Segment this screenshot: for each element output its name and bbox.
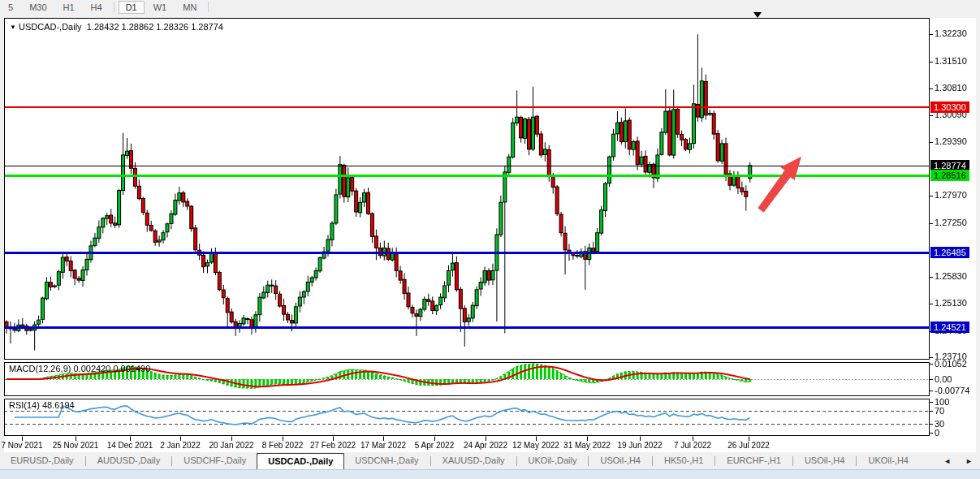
chart-tab-usdchf-daily[interactable]: USDCHF-,Daily (173, 453, 257, 469)
mt4-terminal: 5M30H1H4D1W1MN ▼ USDCAD-,Daily 1.28432 1… (0, 0, 980, 479)
price-axis-label: 1.30810 (935, 83, 967, 93)
rsi-indicator-label: RSI(14) 48.6194 (9, 400, 75, 410)
tab-separator (652, 456, 653, 466)
chart-menu-triangle-icon: ▼ (10, 24, 16, 31)
tab-separator (171, 456, 172, 466)
price-chart-canvas[interactable] (4, 18, 976, 452)
chart-tab-hk50-h1[interactable]: HK50-,H1 (654, 453, 714, 469)
bullish-arrow-annotation[interactable] (751, 146, 809, 218)
chart-symbol: USDCAD-,Daily (19, 22, 82, 32)
tab-scroll-right-icon[interactable]: ► (958, 457, 980, 465)
status-bar (0, 469, 980, 479)
tab-separator (714, 456, 715, 466)
chart-window: ▼ USDCAD-,Daily 1.28432 1.28862 1.28326 … (4, 18, 976, 452)
price-axis-label: 1.27250 (935, 218, 967, 227)
date-axis-label: 26 Jul 2022 (727, 441, 770, 450)
macd-indicator-label: MACD(12,26,9) 0.002420 0.001490 (9, 364, 150, 373)
price-axis-label: 1.25830 (935, 271, 967, 281)
date-axis-label: 20 Jan 2022 (209, 441, 253, 450)
date-axis-label: 24 Apr 2022 (464, 441, 507, 450)
tab-scroll-left-icon[interactable]: ◄ (936, 457, 958, 465)
price-badge-resistance-red: 1.30300 (930, 101, 969, 113)
date-axis-label: 12 May 2022 (512, 441, 559, 450)
tab-separator (516, 456, 517, 466)
price-axis-label: 1.31510 (935, 56, 967, 66)
chart-tab-ukoil-h4[interactable]: UKOil-,H4 (857, 453, 919, 469)
timeframe-button-m30[interactable]: M30 (22, 1, 54, 14)
price-axis-label: 1.25130 (935, 298, 967, 308)
timeframe-button-h4[interactable]: H4 (84, 1, 110, 14)
chart-tab-eurusd-daily[interactable]: EURUSD-,Daily (0, 453, 84, 469)
date-axis-label: 31 May 2022 (563, 441, 611, 450)
chart-tab-usoil-h4[interactable]: USOil-,H4 (794, 453, 856, 469)
macd-axis-label: 0.01052 (935, 359, 967, 369)
chart-tab-eurchf-h1[interactable]: EURCHF-,H1 (716, 453, 792, 469)
macd-axis-label: -0.00774 (935, 386, 969, 395)
chart-tab-ukoil-daily[interactable]: UKOil-,Daily (518, 453, 588, 469)
price-badge-support-blue-upper: 1.26485 (930, 247, 969, 258)
chart-shift-marker-icon (753, 12, 762, 18)
chart-tab-audusd-daily[interactable]: AUDUSD-,Daily (87, 453, 171, 469)
date-axis-label: 8 Feb 2022 (262, 441, 304, 450)
chart-tab-usdcad-daily[interactable]: USDCAD-,Daily (257, 453, 344, 469)
chart-ohlc-quote: 1.28432 1.28862 1.28326 1.28774 (87, 22, 223, 32)
rsi-axis-label: 100 (935, 397, 949, 407)
price-axis-label: 1.27970 (935, 190, 967, 200)
tab-separator (792, 456, 793, 466)
timeframe-button-h1[interactable]: H1 (56, 1, 82, 14)
toolbar-separator (114, 2, 114, 12)
chart-tab-bar: EURUSD-,DailyAUDUSD-,DailyUSDCHF-,DailyU… (0, 453, 980, 469)
chart-tab-usoil-h4[interactable]: USOil-,H4 (589, 453, 651, 469)
chart-tab-usdcnh-daily[interactable]: USDCNH-,Daily (344, 453, 429, 469)
toolbar-separator (208, 2, 209, 12)
timeframe-button-w1[interactable]: W1 (146, 1, 175, 14)
rsi-axis-label: 30 (935, 419, 944, 429)
tab-separator (856, 456, 857, 466)
price-badge-support-blue-lower: 1.24521 (930, 321, 969, 333)
date-axis-label: 27 Feb 2022 (310, 441, 356, 450)
date-axis-label: 7 Jul 2022 (674, 441, 711, 450)
timeframe-toolbar: 5M30H1H4D1W1MN (0, 0, 980, 14)
date-axis-label: 25 Nov 2021 (53, 441, 99, 450)
date-axis-label: 14 Dec 2021 (107, 441, 153, 450)
price-axis-label: 1.32230 (935, 28, 967, 38)
rsi-axis-label: 70 (935, 406, 944, 416)
timeframe-button-mn[interactable]: MN (175, 1, 204, 14)
date-axis-label: 7 Nov 2021 (1, 441, 42, 450)
timeframe-button-d1[interactable]: D1 (119, 1, 145, 14)
chart-title: ▼ USDCAD-,Daily 1.28432 1.28862 1.28326 … (10, 22, 223, 32)
date-axis-label: 19 Jun 2022 (617, 441, 662, 450)
macd-axis-label: 0.00 (935, 374, 952, 384)
date-axis-label: 5 Apr 2022 (415, 441, 454, 450)
chart-tab-xauusd-daily[interactable]: XAUUSD-,Daily (432, 453, 516, 469)
date-axis-label: 2 Jan 2022 (160, 441, 201, 450)
price-axis-label: 1.29390 (935, 136, 967, 146)
price-badge-support-green: 1.28516 (930, 170, 969, 181)
rsi-axis-label: 0 (935, 428, 939, 438)
timeframe-button-5[interactable]: 5 (1, 1, 20, 14)
tab-separator (430, 456, 431, 466)
tab-separator (85, 456, 86, 466)
tab-separator (588, 456, 589, 466)
date-axis-label: 17 Mar 2022 (360, 441, 406, 450)
